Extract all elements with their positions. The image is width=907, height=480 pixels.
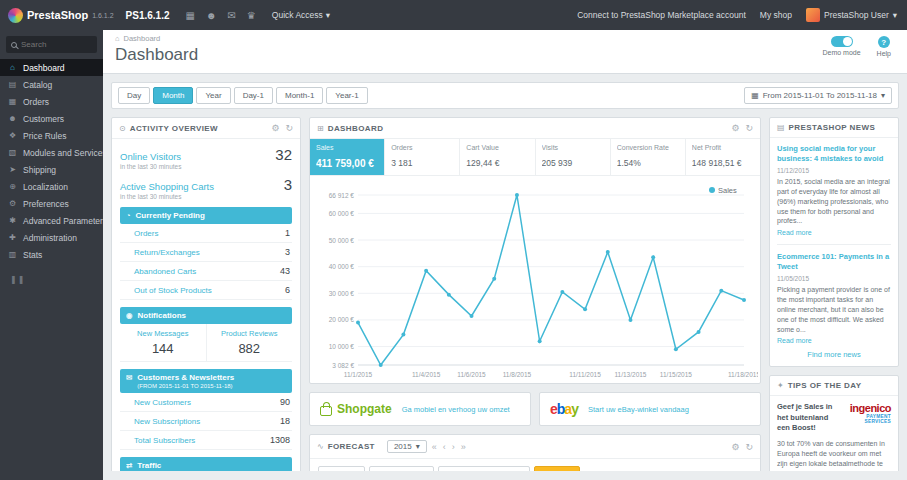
- kpi-orders[interactable]: Orders 3 181: [385, 139, 460, 175]
- gear-icon[interactable]: ⚙: [271, 123, 279, 133]
- panel-tools: ⚙ ↻: [731, 442, 753, 452]
- sidebar-item-stats[interactable]: ▥ Stats: [0, 246, 103, 263]
- main-area: ⌂ Dashboard Dashboard Demo mode ? Help D…: [103, 30, 907, 480]
- refresh-icon[interactable]: ↻: [745, 123, 753, 133]
- user-menu[interactable]: PrestaShop User ▾: [806, 8, 897, 22]
- date-range-picker[interactable]: ▦ From 2015-11-01 To 2015-11-18 ▾: [744, 87, 892, 104]
- returns-link[interactable]: Return/Exchanges: [134, 248, 200, 257]
- sidebar-item-price-rules[interactable]: ❖ Price Rules: [0, 127, 103, 144]
- kpi-label: Sales: [316, 144, 378, 151]
- legend-traffic[interactable]: Traffic: [318, 466, 365, 471]
- customers-notification-icon[interactable]: ☻: [206, 10, 217, 21]
- kpi-value: 411 759,00 €: [316, 158, 378, 169]
- new-messages-cell[interactable]: New Messages 144: [120, 324, 206, 361]
- breadcrumb[interactable]: ⌂ Dashboard: [115, 34, 895, 43]
- kpi-conversion-rate[interactable]: Conversion Rate 1.54%: [611, 139, 686, 175]
- chevron-down-icon: ▾: [893, 10, 897, 20]
- legend-sales[interactable]: Sales: [534, 466, 580, 471]
- ebay-link[interactable]: Start uw eBay-winkel vandaag: [588, 405, 689, 414]
- news-article-title[interactable]: Ecommerce 101: Payments in a Tweet: [777, 252, 891, 272]
- chevron-down-icon: ▾: [881, 91, 885, 100]
- demo-mode-control[interactable]: Demo mode: [822, 36, 860, 57]
- sidebar-item-catalog[interactable]: ▤ Catalog: [0, 76, 103, 93]
- demo-mode-toggle[interactable]: [831, 36, 853, 47]
- middle-column: ⊞ DASHBOARD ⚙ ↻ Sales 411 759,00 €: [309, 117, 761, 471]
- new-subscriptions-link[interactable]: New Subscriptions: [134, 417, 200, 426]
- refresh-icon[interactable]: ↻: [285, 123, 293, 133]
- svg-text:11/18/2015: 11/18/2015: [728, 371, 758, 378]
- new-messages-value: 144: [122, 341, 204, 356]
- my-shop-link[interactable]: My shop: [760, 10, 792, 20]
- total-subscribers-link[interactable]: Total Subscribers: [134, 436, 195, 445]
- messages-notification-icon[interactable]: ✉: [227, 10, 235, 21]
- read-more-link[interactable]: Read more: [777, 229, 812, 236]
- sidebar-item-shipping[interactable]: ➤ Shipping: [0, 161, 103, 178]
- prestashop-logo[interactable]: PrestaShop 1.6.1.2: [0, 8, 122, 23]
- sidebar-item-advanced-parameters[interactable]: ✱ Advanced Parameters: [0, 212, 103, 229]
- sidebar-item-administration[interactable]: ✚ Administration: [0, 229, 103, 246]
- find-more-news-link[interactable]: Find more news: [777, 345, 891, 362]
- online-visitors-link[interactable]: Online Visitors: [120, 151, 181, 162]
- sidebar-item-preferences[interactable]: ⚙ Preferences: [0, 195, 103, 212]
- legend-conversion[interactable]: Conversion: [369, 466, 434, 471]
- year-select[interactable]: 2015 ▾: [387, 440, 427, 453]
- sidebar-item-localization[interactable]: ⊕ Localization: [0, 178, 103, 195]
- quick-access-menu[interactable]: Quick Access ▾: [272, 10, 330, 20]
- search-input[interactable]: [21, 40, 89, 49]
- online-visitors-sub: in the last 30 minutes: [120, 163, 292, 170]
- range-day-button[interactable]: Day: [118, 87, 150, 104]
- refresh-icon[interactable]: ↻: [745, 442, 753, 452]
- activity-overview-panel: ⊙ ACTIVITY OVERVIEW ⚙ ↻ Online Visitors …: [111, 117, 301, 471]
- gear-icon[interactable]: ⚙: [731, 442, 739, 452]
- activity-panel-header: ⊙ ACTIVITY OVERVIEW ⚙ ↻: [112, 118, 300, 139]
- marketplace-connect-link[interactable]: Connect to PrestaShop Marketplace accoun…: [577, 10, 746, 20]
- previous-year-button[interactable]: ‹: [442, 442, 447, 452]
- legend-average-cart-value[interactable]: Average Cart Value: [438, 466, 530, 471]
- sidebar-item-modules[interactable]: ▧ Modules and Services: [0, 144, 103, 161]
- svg-text:11/6/2015: 11/6/2015: [457, 371, 486, 378]
- gear-icon[interactable]: ⚙: [731, 123, 739, 133]
- range-month-button[interactable]: Month: [153, 87, 193, 104]
- user-name: PrestaShop User: [824, 10, 889, 20]
- new-customers-value: 90: [280, 397, 290, 407]
- kpi-visits[interactable]: Visits 205 939: [536, 139, 611, 175]
- badges-icon[interactable]: ♛: [247, 10, 256, 21]
- shopgate-link[interactable]: Ga mobiel en verhoog uw omzet: [402, 405, 510, 414]
- sidebar-collapse-toggle[interactable]: ❚❚: [0, 263, 103, 296]
- tip-icon: ✦: [777, 381, 784, 390]
- range-year-minus-1-button[interactable]: Year-1: [326, 87, 367, 104]
- new-customers-link[interactable]: New Customers: [134, 398, 191, 407]
- read-more-link[interactable]: Read more: [777, 337, 812, 344]
- sidebar-item-orders[interactable]: ▦ Orders: [0, 93, 103, 110]
- new-subscriptions-row: New Subscriptions 18: [120, 412, 292, 431]
- svg-text:66 912 €: 66 912 €: [329, 192, 355, 199]
- kpi-sales[interactable]: Sales 411 759,00 €: [310, 139, 385, 175]
- news-article-title[interactable]: Using social media for your business: 4 …: [777, 144, 891, 164]
- first-year-button[interactable]: «: [431, 442, 438, 452]
- chevron-down-icon: ▾: [326, 10, 330, 20]
- activity-body: Online Visitors 32 in the last 30 minute…: [112, 139, 300, 471]
- abandoned-carts-link[interactable]: Abandoned Carts: [134, 267, 196, 276]
- ingenico-wordmark: ingenico: [839, 402, 891, 414]
- sidebar-item-dashboard[interactable]: ⌂ Dashboard: [0, 59, 103, 76]
- product-reviews-cell[interactable]: Product Reviews 882: [206, 324, 293, 361]
- out-of-stock-link[interactable]: Out of Stock Products: [134, 286, 212, 295]
- panel-title: DASHBOARD: [328, 124, 384, 133]
- kpi-net-profit[interactable]: Net Profit 148 918,51 €: [686, 139, 760, 175]
- help-control[interactable]: ? Help: [877, 36, 891, 57]
- sidebar-item-label: Customers: [23, 114, 64, 124]
- last-year-button[interactable]: »: [460, 442, 467, 452]
- range-month-minus-1-button[interactable]: Month-1: [276, 87, 323, 104]
- kpi-label: Conversion Rate: [617, 144, 679, 151]
- active-carts-link[interactable]: Active Shopping Carts: [120, 181, 214, 192]
- range-year-button[interactable]: Year: [196, 87, 230, 104]
- sidebar-search[interactable]: [6, 36, 97, 53]
- shopgate-bag-icon: [320, 406, 332, 416]
- next-year-button[interactable]: ›: [451, 442, 456, 452]
- currently-pending-header: ◔ Currently Pending: [120, 207, 292, 224]
- sidebar-item-customers[interactable]: ☻ Customers: [0, 110, 103, 127]
- kpi-cart-value[interactable]: Cart Value 129,44 €: [460, 139, 535, 175]
- range-day-minus-1-button[interactable]: Day-1: [234, 87, 273, 104]
- pending-orders-link[interactable]: Orders: [134, 229, 158, 238]
- orders-notification-icon[interactable]: ▦: [185, 10, 194, 21]
